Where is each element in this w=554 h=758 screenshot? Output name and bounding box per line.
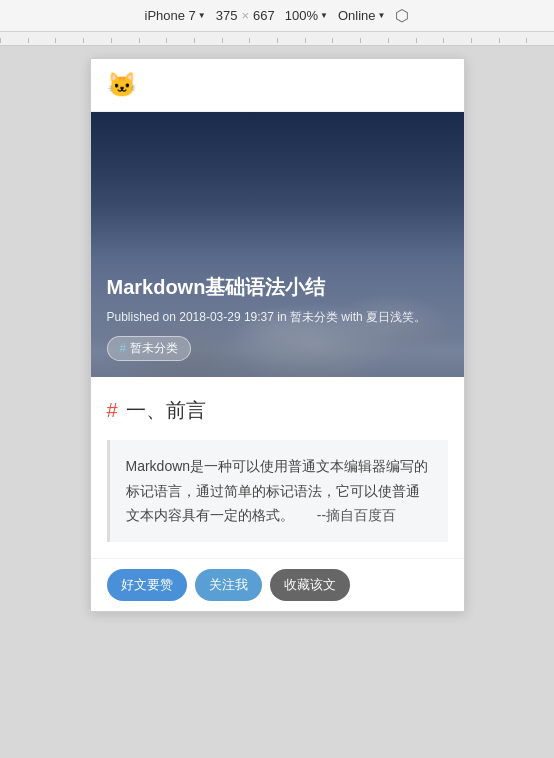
ruler-mark xyxy=(305,38,333,43)
device-dropdown[interactable]: iPhone 7 xyxy=(145,8,206,23)
ruler-mark xyxy=(471,38,499,43)
ruler-mark xyxy=(0,38,28,43)
ruler-mark xyxy=(28,38,56,43)
status-dropdown[interactable]: Online xyxy=(338,8,386,23)
zoom-selector[interactable]: 100% xyxy=(285,8,328,23)
ruler-mark xyxy=(499,38,527,43)
quote-text: Markdown是一种可以使用普通文本编辑器编写的标记语言，通过简单的标记语法，… xyxy=(126,454,432,528)
ruler-marks xyxy=(0,32,554,45)
app-logo: 🐱 xyxy=(107,71,137,99)
hero-section: Markdown基础语法小结 Published on 2018-03-29 1… xyxy=(91,112,464,377)
tag-label: 暂未分类 xyxy=(130,341,178,355)
section-title: 一、前言 xyxy=(126,397,206,424)
device-selector[interactable]: iPhone 7 xyxy=(145,8,206,23)
action-bar: 好文要赞 关注我 收藏该文 xyxy=(91,558,464,611)
ruler-mark xyxy=(332,38,360,43)
width-value: 375 xyxy=(216,8,238,23)
ruler-mark xyxy=(111,38,139,43)
content-area: # 一、前言 Markdown是一种可以使用普通文本编辑器编写的标记语言，通过简… xyxy=(91,377,464,558)
status-selector[interactable]: Online xyxy=(338,8,386,23)
toolbar: iPhone 7 375 × 667 100% Online ⬡ xyxy=(0,0,554,32)
ruler-mark xyxy=(526,38,554,43)
canvas-area: 🐱 Markdown基础语法小结 Published on 2018-03-29… xyxy=(0,46,554,758)
ruler-mark xyxy=(360,38,388,43)
ruler-mark xyxy=(249,38,277,43)
hero-content: Markdown基础语法小结 Published on 2018-03-29 1… xyxy=(91,258,464,377)
follow-button[interactable]: 关注我 xyxy=(195,569,262,601)
collect-button[interactable]: 收藏该文 xyxy=(270,569,350,601)
tag-hash-icon: # xyxy=(120,341,127,355)
hero-tag[interactable]: #暂未分类 xyxy=(107,336,192,361)
ruler-mark xyxy=(194,38,222,43)
ruler xyxy=(0,32,554,46)
ruler-mark xyxy=(416,38,444,43)
hero-title: Markdown基础语法小结 xyxy=(107,274,448,300)
like-button[interactable]: 好文要赞 xyxy=(107,569,187,601)
ruler-mark xyxy=(55,38,83,43)
dimensions-section: 375 × 667 xyxy=(216,8,275,23)
settings-icon-section[interactable]: ⬡ xyxy=(395,6,409,25)
app-header: 🐱 xyxy=(91,59,464,112)
ruler-mark xyxy=(277,38,305,43)
ruler-mark xyxy=(139,38,167,43)
quote-block: Markdown是一种可以使用普通文本编辑器编写的标记语言，通过简单的标记语法，… xyxy=(107,440,448,542)
ruler-mark xyxy=(222,38,250,43)
ruler-mark xyxy=(388,38,416,43)
ruler-mark xyxy=(443,38,471,43)
height-value: 667 xyxy=(253,8,275,23)
phone-frame: 🐱 Markdown基础语法小结 Published on 2018-03-29… xyxy=(90,58,465,612)
zoom-dropdown[interactable]: 100% xyxy=(285,8,328,23)
ruler-mark xyxy=(83,38,111,43)
section-heading: # 一、前言 xyxy=(107,397,448,424)
quote-source: --摘自百度百 xyxy=(317,507,396,523)
heading-hash-icon: # xyxy=(107,399,118,422)
hero-meta: Published on 2018-03-29 19:37 in 暂未分类 wi… xyxy=(107,308,448,326)
ruler-mark xyxy=(166,38,194,43)
dimension-separator: × xyxy=(241,8,249,23)
settings-icon[interactable]: ⬡ xyxy=(395,6,409,25)
